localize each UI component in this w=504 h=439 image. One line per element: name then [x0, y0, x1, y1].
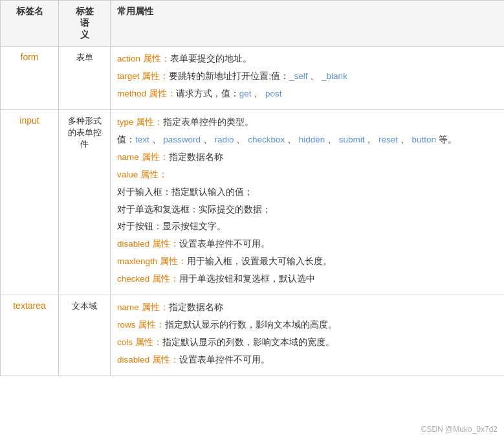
tag-name-textarea: textarea [13, 300, 46, 311]
meaning-text-input: 多种形式的表单控件 [68, 116, 102, 149]
meaning-text-form: 表单 [76, 52, 93, 62]
tag-name-form: form [21, 52, 39, 62]
tag-cell-form: form [1, 47, 59, 110]
attr-line: name 属性：指定数据名称 [117, 300, 498, 315]
attr-line: method 属性：请求方式，值：get 、 post [117, 87, 498, 102]
attr-line: name 属性：指定数据名称 [117, 150, 498, 165]
attrs-cell-textarea: name 属性：指定数据名称rows 属性：指定默认显示的行数，影响文本域的高度… [111, 295, 505, 376]
attr-line: type 属性：指定表单控件的类型。 [117, 115, 498, 130]
attr-line: 对于按钮：显示按钮文字。 [117, 220, 498, 234]
meaning-cell-form: 表单 [59, 47, 111, 110]
attr-line: target 属性：要跳转的新地址打开位置;值：_self 、 _blank [117, 69, 498, 84]
attr-line: checked 属性：用于单选按钮和复选框，默认选中 [117, 272, 498, 287]
attr-line: disabled 属性：设置表单控件不可用。 [117, 237, 498, 252]
header-tag: 标签名 [1, 1, 59, 47]
attr-line: 值：text 、 password 、 radio 、 checkbox 、 h… [117, 133, 498, 148]
attr-line: cols 属性：指定默认显示的列数，影响文本域的宽度。 [117, 335, 498, 350]
attr-line: 对于输入框：指定默认输入的值； [117, 185, 498, 200]
attr-line: value 属性： [117, 168, 498, 183]
attr-name: target 属性： [117, 71, 169, 81]
attr-line: 对于单选和复选框：实际提交的数据； [117, 203, 498, 218]
tag-name-input: input [19, 115, 39, 126]
attr-line: maxlength 属性：用于输入框，设置最大可输入长度。 [117, 254, 498, 269]
attr-line: action 属性：表单要提交的地址。 [117, 52, 498, 67]
meaning-text-textarea: 文本域 [72, 301, 97, 311]
meaning-cell-input: 多种形式的表单控件 [59, 109, 111, 295]
tag-cell-textarea: textarea [1, 295, 59, 376]
main-table: 标签名 标签 语 义 常用属性 form表单action 属性：表单要提交的地址… [0, 0, 504, 376]
tag-cell-input: input [1, 109, 59, 295]
attr-line: disabled 属性：设置表单控件不可用。 [117, 353, 498, 368]
header-attrs: 常用属性 [111, 1, 505, 47]
attr-name: action 属性： [117, 54, 170, 63]
attrs-cell-input: type 属性：指定表单控件的类型。值：text 、 password 、 ra… [111, 109, 505, 295]
meaning-cell-textarea: 文本域 [59, 295, 111, 376]
attrs-cell-form: action 属性：表单要提交的地址。target 属性：要跳转的新地址打开位置… [111, 47, 505, 110]
attr-name: method 属性： [117, 89, 176, 98]
header-meaning: 标签 语 义 [59, 1, 111, 47]
attr-line: rows 属性：指定默认显示的行数，影响文本域的高度。 [117, 318, 498, 333]
